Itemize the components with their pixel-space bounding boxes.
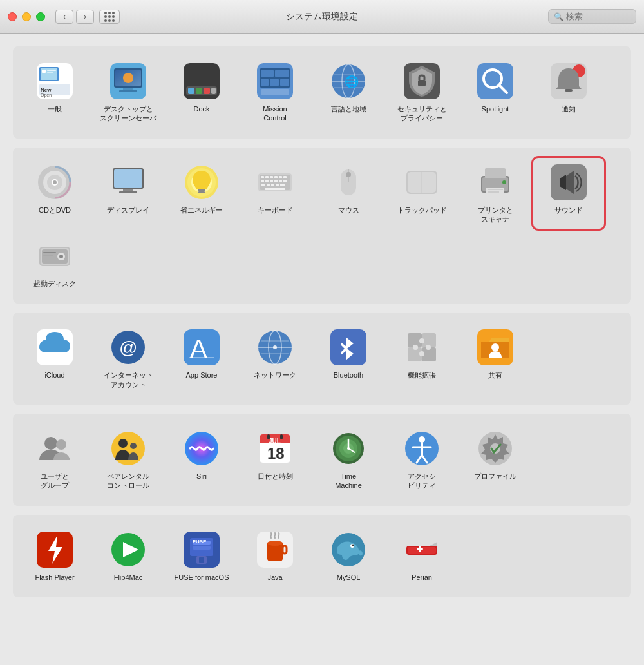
pref-item-spotlight[interactable]: Spotlight (460, 57, 531, 128)
svg-rect-76 (280, 184, 285, 186)
language-label: 言語と地域 (331, 104, 366, 113)
pref-item-sound[interactable]: サウンド (533, 158, 604, 229)
pref-item-mission[interactable]: MissionControl (240, 57, 310, 128)
svg-text:18: 18 (267, 445, 285, 462)
accessibility-label: アクセシビリティ (408, 472, 436, 490)
svg-point-112 (273, 345, 277, 349)
appstore-icon: A (182, 328, 221, 367)
icloud-label: iCloud (44, 371, 64, 380)
sharing-icon (476, 328, 515, 367)
pref-item-extensions[interactable]: 機能拡張 (386, 323, 457, 394)
svg-rect-63 (274, 176, 278, 178)
datetime-label: 日付と時刻 (258, 472, 293, 481)
pref-item-appstore[interactable]: A App Store (166, 323, 237, 394)
search-input[interactable] (566, 12, 630, 21)
svg-rect-65 (283, 176, 287, 178)
pref-item-icloud[interactable]: iCloud (19, 323, 90, 394)
internet-section: iCloud @ インターネットアカウント A (13, 313, 631, 405)
siri-icon (182, 429, 221, 468)
pref-item-general[interactable]: New Open 一般 (19, 57, 90, 128)
pref-item-energy[interactable]: 省エネルギー (166, 158, 237, 229)
pref-item-bluetooth[interactable]: Bluetooth (313, 323, 384, 394)
svg-rect-121 (426, 345, 431, 350)
pref-item-keyboard[interactable]: キーボード (240, 158, 310, 229)
main-content: New Open 一般 (0, 34, 644, 665)
pref-item-fuse[interactable]: FUSE FUSE for macOS (166, 525, 237, 587)
pref-item-internet[interactable]: @ インターネットアカウント (93, 323, 164, 394)
minimize-button[interactable] (22, 12, 31, 21)
pref-item-language[interactable]: 🌐 言語と地域 (313, 57, 384, 128)
close-button[interactable] (8, 12, 17, 21)
svg-rect-27 (270, 79, 279, 86)
svg-rect-66 (261, 180, 264, 182)
pref-item-accessibility[interactable]: アクセシビリティ (386, 424, 457, 496)
pref-item-perian[interactable]: Perian (386, 525, 457, 587)
titlebar: ‹ › システム環境設定 🔍 (0, 0, 644, 34)
pref-item-flash[interactable]: Flash Player (19, 525, 90, 587)
svg-rect-28 (280, 79, 289, 86)
pref-item-printers[interactable]: プリンタとスキャナ (460, 158, 531, 229)
search-box[interactable]: 🔍 (548, 9, 636, 24)
svg-rect-14 (119, 90, 137, 92)
pref-item-java[interactable]: Java (240, 525, 310, 587)
pref-item-displays[interactable]: ディスプレイ (93, 158, 164, 229)
pref-item-dock[interactable]: Dock (166, 57, 237, 128)
svg-point-169 (352, 544, 354, 546)
svg-rect-69 (274, 180, 278, 182)
pref-item-flip4mac[interactable]: Flip4Mac (93, 525, 164, 587)
pref-item-mouse[interactable]: マウス (313, 158, 384, 229)
pref-item-timemachine[interactable]: TimeMachine (313, 424, 384, 496)
pref-item-notifications[interactable]: 通知 (533, 57, 604, 128)
nav-buttons: ‹ › (55, 10, 120, 24)
java-label: Java (267, 573, 282, 582)
pref-item-mysql[interactable]: MySQL (313, 525, 384, 587)
pref-item-profiles[interactable]: プロファイル (460, 424, 531, 496)
keyboard-icon (256, 163, 294, 202)
sound-icon (549, 163, 588, 202)
network-icon (256, 328, 294, 367)
grid-button[interactable] (99, 10, 120, 24)
startup-label: 起動ディスク (33, 279, 76, 288)
internet-grid: iCloud @ インターネットアカウント A (19, 323, 625, 394)
pref-item-sharing[interactable]: 共有 (460, 323, 531, 394)
svg-point-48 (53, 180, 57, 184)
back-button[interactable]: ‹ (55, 10, 73, 24)
svg-rect-57 (198, 191, 205, 193)
svg-rect-3 (42, 70, 46, 73)
svg-rect-56 (198, 189, 205, 191)
pref-item-trackpad[interactable]: トラックパッド (386, 158, 457, 229)
appstore-label: App Store (186, 371, 218, 380)
svg-text:FUSE: FUSE (193, 539, 207, 545)
forward-button[interactable]: › (76, 10, 94, 24)
svg-rect-4 (47, 70, 56, 71)
users-label: ユーザとグループ (41, 472, 69, 490)
displays-label: ディスプレイ (107, 206, 149, 215)
svg-text:New: New (41, 87, 52, 93)
svg-rect-171 (408, 547, 436, 554)
svg-rect-77 (265, 188, 285, 190)
energy-label: 省エネルギー (180, 206, 223, 215)
pref-item-datetime[interactable]: JUL 18 日付と時刻 (240, 424, 310, 496)
pref-item-desktop[interactable]: デスクトップとスクリーンセーバ (93, 57, 164, 128)
svg-point-123 (491, 343, 499, 351)
flash-label: Flash Player (35, 573, 74, 582)
pref-item-users[interactable]: ユーザとグループ (19, 424, 90, 496)
system-section: ユーザとグループ ペアレンタルコントロール (13, 414, 631, 506)
maximize-button[interactable] (36, 12, 45, 21)
network-label: ネットワーク (254, 371, 296, 380)
pref-item-cddvd[interactable]: CDとDVD (19, 158, 90, 229)
pref-item-parental[interactable]: ペアレンタルコントロール (93, 424, 164, 496)
hardware-section: CDとDVD ディスプレイ (13, 148, 631, 304)
extensions-label: 機能拡張 (408, 371, 436, 380)
pref-item-security[interactable]: セキュリティとプライバシー (386, 57, 457, 128)
svg-rect-60 (261, 176, 264, 178)
pref-item-startup[interactable]: 起動ディスク (19, 231, 90, 293)
pref-item-siri[interactable]: Siri (166, 424, 237, 496)
svg-rect-43 (565, 89, 573, 92)
svg-rect-67 (265, 180, 269, 182)
pref-item-network[interactable]: ネットワーク (240, 323, 310, 394)
svg-text:@: @ (119, 338, 137, 358)
trackpad-label: トラックパッド (397, 206, 447, 215)
svg-rect-20 (204, 88, 210, 94)
svg-text:Open: Open (41, 93, 52, 98)
